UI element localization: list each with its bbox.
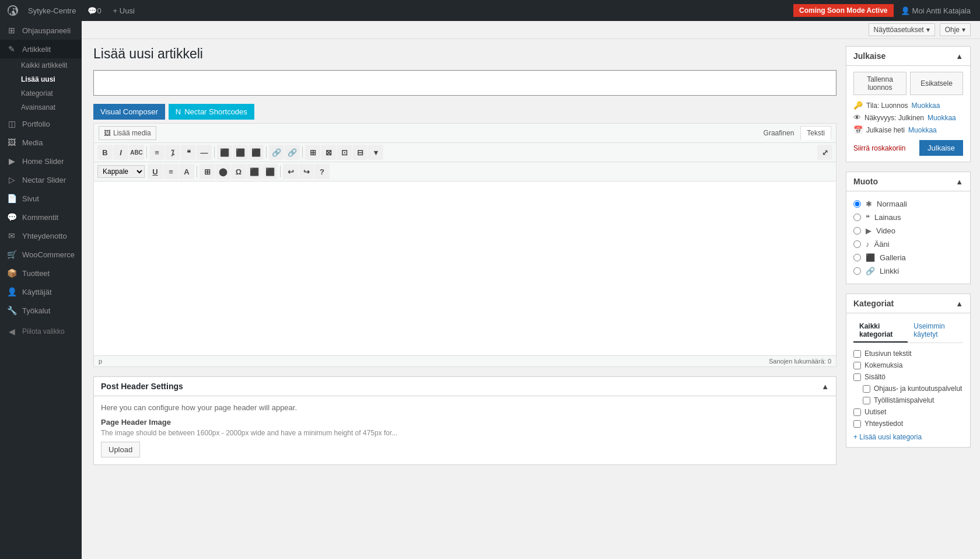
indent-button[interactable]: ⬛ (247, 164, 262, 179)
sidebar-item-hide-menu[interactable]: ◀ Piilota valikko (0, 322, 82, 341)
delete-link[interactable]: Siirrä roskakoriin (853, 144, 905, 152)
sidebar-item-tools[interactable]: 🔧 Työkalut (0, 301, 82, 320)
insert-col-button[interactable]: ⊠ (321, 145, 336, 160)
cat-tab-popular[interactable]: Useimmin käytetyt (908, 319, 963, 343)
sidebar-item-pages[interactable]: 📄 Sivut (0, 189, 82, 208)
bold-button[interactable]: B (97, 145, 113, 160)
horizontal-rule-button[interactable]: — (197, 145, 212, 160)
categories-panel-header[interactable]: Kategoriat ▲ (846, 294, 970, 313)
undo-button[interactable]: ↩ (283, 164, 298, 179)
display-options-button[interactable]: Näyttöasetukset ▾ (869, 23, 935, 36)
sidebar-item-products[interactable]: 📦 Tuotteet (0, 264, 82, 282)
italic-button[interactable]: I (113, 145, 128, 160)
preview-button[interactable]: Esikatsele (910, 72, 963, 95)
cat-kokemuksia-checkbox[interactable] (853, 362, 861, 369)
editor-area[interactable] (93, 181, 836, 356)
unlink-button[interactable]: 🔗 (285, 145, 300, 160)
blockquote-button[interactable]: ❝ (181, 145, 196, 160)
post-header-settings-header[interactable]: Post Header Settings ▲ (94, 377, 836, 396)
fullscreen-button[interactable]: ⤢ (817, 145, 832, 160)
submenu-categories[interactable]: Kategoriat (0, 86, 82, 100)
visual-composer-button[interactable]: Visual Composer (93, 104, 165, 120)
publish-date-edit-link[interactable]: Muokkaa (908, 126, 937, 134)
format-video-radio[interactable] (853, 227, 861, 235)
format-gallery-radio[interactable] (853, 254, 861, 261)
cat-uutiset-checkbox[interactable] (853, 408, 861, 416)
submenu-add-new[interactable]: Lisää uusi (0, 72, 82, 86)
visibility-edit-link[interactable]: Muokkaa (928, 114, 956, 122)
clear-format-button[interactable]: ⬤ (215, 164, 230, 179)
sidebar-item-home-slider[interactable]: ▶ Home Slider (0, 152, 82, 170)
align-right-button[interactable]: ⬛ (249, 145, 264, 160)
paste-text-button[interactable]: ⊞ (200, 164, 215, 179)
link-button[interactable]: 🔗 (269, 145, 284, 160)
align-justify-button[interactable]: ≡ (163, 164, 178, 179)
sidebar-item-dashboard[interactable]: ⊞ Ohjauspaneeli (0, 21, 82, 40)
toolbar-sep-1 (146, 146, 147, 158)
side-panels: Julkaise ▲ Tallenna luonnos Esikatsele 🔑… (846, 39, 980, 477)
unordered-list-button[interactable]: ≡ (149, 145, 164, 160)
cat-etusivu-checkbox[interactable] (853, 350, 861, 358)
sidebar-item-comments[interactable]: 💬 Kommentit (0, 208, 82, 226)
status-edit-link[interactable]: Muokkaa (912, 102, 940, 110)
insert-table-button[interactable]: ⊞ (305, 145, 320, 160)
sidebar-item-users[interactable]: 👤 Käyttäjät (0, 282, 82, 301)
tab-text[interactable]: Teksti (800, 126, 831, 140)
cat-tyollistaminen-checkbox[interactable] (863, 397, 870, 404)
cat-ohjaus: Ohjaus- ja kuntoutuspalvelut (853, 383, 963, 394)
align-left-button[interactable]: ⬛ (217, 145, 232, 160)
nectar-shortcodes-button[interactable]: N Nectar Shortcodes (169, 104, 254, 120)
redo-button[interactable]: ↪ (299, 164, 314, 179)
publish-button[interactable]: Julkaise (919, 140, 963, 156)
help-button[interactable]: Ohje ▾ (940, 23, 971, 36)
add-media-button[interactable]: 🖼 Lisää media (99, 126, 156, 140)
tab-visual[interactable]: Graafinen (757, 126, 801, 140)
font-format-select[interactable]: KappaleOtsikko 1Otsikko 2Otsikko 3Otsikk… (97, 165, 145, 178)
cat-yhteystiedot-checkbox[interactable] (853, 420, 861, 428)
site-name[interactable]: Sytyke-Centre (23, 0, 80, 21)
sidebar-item-nectar-slider[interactable]: ▷ Nectar Slider (0, 170, 82, 189)
submenu-all-articles[interactable]: Kaikki artikkelit (0, 58, 82, 72)
cat-yhteystiedot-label: Yhteystiedot (864, 420, 903, 428)
toolbar-toggle-button[interactable]: ▾ (368, 145, 383, 160)
comments-link[interactable]: 💬 0 (83, 0, 106, 21)
post-title-input[interactable] (93, 70, 836, 96)
submenu-tags[interactable]: Avainsanat (0, 100, 82, 114)
cat-ohjaus-checkbox[interactable] (863, 385, 870, 393)
user-menu[interactable]: 👤 Moi Antti Katajala (896, 0, 975, 21)
format-audio-radio[interactable] (853, 240, 861, 248)
align-center-button[interactable]: ⬛ (233, 145, 248, 160)
toolbar-sep-6 (280, 166, 281, 177)
add-new-category-link[interactable]: + Lisää uusi kategoria (853, 433, 963, 441)
save-draft-button[interactable]: Tallenna luonnos (853, 72, 907, 95)
sidebar-item-contact[interactable]: ✉ Yhteydenotto (0, 226, 82, 245)
cat-sisalto-checkbox[interactable] (853, 373, 861, 381)
toolbar-sep-2 (214, 146, 215, 158)
upload-button[interactable]: Upload (101, 442, 140, 457)
new-content-link[interactable]: + Uusi (108, 0, 139, 21)
ordered-list-button[interactable]: ⁒ (165, 145, 180, 160)
publish-panel-header[interactable]: Julkaise ▲ (846, 47, 970, 66)
wp-logo[interactable] (5, 2, 21, 19)
special-chars-button[interactable]: Ω (231, 164, 246, 179)
help-editor-button[interactable]: ? (314, 164, 330, 179)
sidebar-item-woocommerce[interactable]: 🛒 WooCommerce (0, 245, 82, 264)
underline-button[interactable]: U (148, 164, 163, 179)
outdent-button[interactable]: ⬛ (262, 164, 278, 179)
hide-menu-icon: ◀ (6, 327, 18, 336)
sidebar-item-media[interactable]: 🖼 Media (0, 133, 82, 152)
format-standard-radio[interactable] (853, 200, 861, 208)
text-color-button[interactable]: A (179, 164, 194, 179)
strikethrough-button[interactable]: ABC (129, 145, 144, 160)
sidebar-item-portfolio[interactable]: ◫ Portfolio (0, 114, 82, 133)
cat-tab-all[interactable]: Kaikki kategoriat (853, 319, 908, 343)
format-quote-radio[interactable] (853, 214, 861, 221)
format-panel-header[interactable]: Muoto ▲ (846, 172, 970, 191)
more-button[interactable]: ⊟ (352, 145, 368, 160)
format-standard-label: Normaali (877, 200, 907, 208)
sidebar-item-articles[interactable]: ✎ Artikkelit (0, 40, 82, 58)
collapse-icon: ▲ (821, 382, 829, 391)
coming-soon-badge[interactable]: Coming Soon Mode Active (793, 4, 894, 17)
format-link-radio[interactable] (853, 267, 861, 275)
insert-row-button[interactable]: ⊡ (337, 145, 352, 160)
